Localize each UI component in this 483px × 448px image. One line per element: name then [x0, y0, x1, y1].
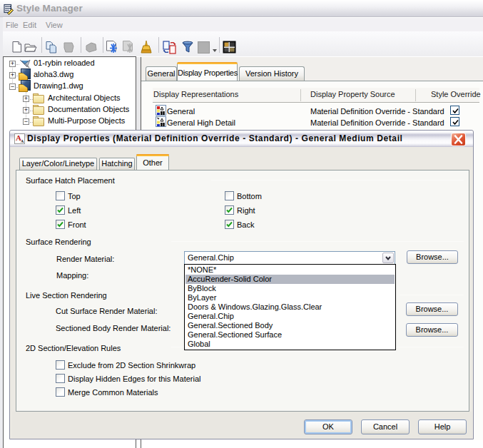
svg-text:A: A — [21, 139, 24, 143]
